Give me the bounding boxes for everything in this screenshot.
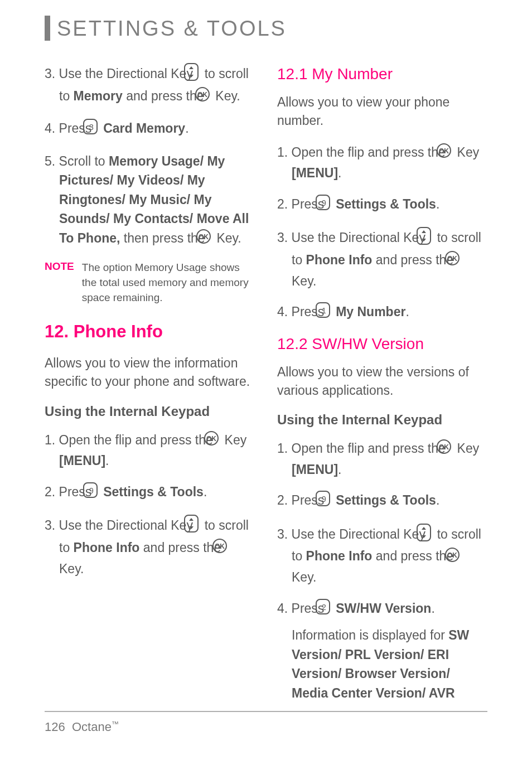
note-label: NOTE [45,260,74,305]
ok-key-icon [459,250,460,272]
text: Key. [212,89,240,103]
text-bold: [MENU] [292,462,338,477]
text: Key [453,441,479,456]
text-bold: My Number [336,304,405,319]
directional-key-icon [198,515,199,538]
text-bold: Phone Info [306,253,373,267]
swhw-step-1: 1. Open the flip and press the Key [MENU… [277,439,487,479]
phone-info-desc: Allows you to view the information speci… [45,354,255,391]
ok-key-icon [210,229,211,250]
text: Key [453,145,479,159]
memory-step-4: 4. Press 3 Card Memory. [45,118,255,141]
ok-key-icon [209,86,210,108]
text-bold: Phone Info [306,549,373,563]
swhw-desc: Allows you to view the versions of vario… [277,363,487,400]
text-bold: Settings & Tools [336,493,436,507]
text: . [436,197,439,211]
text-bold: Settings & Tools [336,197,436,211]
swhw-step-3: 3. Use the Directional Key to scroll to … [277,524,487,587]
text: 3. Use the Directional Key [277,230,429,245]
text-bold: Memory [74,89,123,103]
footer: 126 Octane™ [45,711,487,734]
sub-heading: Using the Internal Keypad [277,412,487,428]
text: Key [221,433,246,447]
left-column: 3. Use the Directional Key to scroll to … [45,63,255,703]
key-9-icon: 9 [97,482,98,504]
mynumber-step-2: 2. Press 9 Settings & Tools. [277,194,487,216]
my-number-desc: Allows you to view your phone number. [277,93,487,130]
swhw-step-4: 4. Press 2 SW/HW Version. [277,598,487,621]
text: . [105,453,109,468]
text-bold: Phone Info [74,540,140,555]
section-heading-swhw: 12.2 SW/HW Version [277,335,487,353]
text-bold: Card Memory [103,121,185,135]
footer-text: 126 Octane™ [45,720,487,734]
text: Information is displayed for [292,628,448,642]
text: . [338,166,341,180]
text: 3. Use the Directional Key [277,527,429,541]
text: 3. Use the Directional Key [45,518,196,532]
ok-key-icon [226,538,228,559]
text: 5. Scroll to [45,154,109,168]
footer-rule [45,711,487,712]
key-9-icon: 9 [330,490,331,512]
text: . [204,485,207,499]
note: NOTE The option Memory Usage shows the t… [45,260,255,305]
text: . [431,601,434,615]
key-9-icon: 9 [330,194,331,216]
text-bold: Settings & Tools [103,485,204,499]
memory-step-5: 5. Scroll to Memory Usage/ My Pictures/ … [45,152,255,250]
memory-step-3: 3. Use the Directional Key to scroll to … [45,63,255,107]
directional-key-icon [431,524,432,547]
phoneinfo-step-3: 3. Use the Directional Key to scroll to … [45,515,255,578]
phoneinfo-step-2: 2. Press 9 Settings & Tools. [45,482,255,504]
text-bold: [MENU] [59,453,105,468]
text: 1. Open the flip and press the [45,433,216,447]
phoneinfo-step-1: 1. Open the flip and press the Key [MENU… [45,430,255,471]
ok-key-icon [459,547,460,568]
section-heading-my-number: 12.1 My Number [277,65,487,83]
ok-key-icon [451,439,452,460]
note-body: The option Memory Usage shows the total … [82,260,255,305]
svg-text:1: 1 [322,306,326,315]
mynumber-step-1: 1. Open the flip and press the Key [MENU… [277,143,487,183]
mynumber-step-4: 4. Press 1 My Number. [277,302,487,324]
right-column: 12.1 My Number Allows you to view your p… [277,63,487,703]
svg-text:2: 2 [322,603,326,612]
svg-text:3: 3 [89,123,94,132]
text: Key. [213,231,241,245]
ok-key-icon [218,430,219,452]
tm-symbol: ™ [112,720,119,728]
sub-heading: Using the Internal Keypad [45,404,255,419]
text: 1. Open the flip and press the [277,441,449,456]
text: . [185,121,188,135]
text: Key. [292,274,316,288]
key-3-icon: 3 [97,118,98,141]
swhw-info: Information is displayed for SW Version/… [277,626,487,703]
svg-text:9: 9 [322,198,326,207]
key-2-icon: 2 [330,598,331,621]
mynumber-step-3: 3. Use the Directional Key to scroll to … [277,227,487,290]
text: . [436,493,439,507]
directional-key-icon [198,63,199,86]
text-bold: SW/HW Version [336,601,431,615]
svg-text:9: 9 [89,486,94,495]
swhw-step-2: 2. Press 9 Settings & Tools. [277,490,487,512]
section-heading-phone-info: 12. Phone Info [45,322,255,342]
text: 1. Open the flip and press the [277,145,449,159]
header: SETTINGS & TOOLS [45,17,487,41]
text: . [338,462,341,477]
model-name: Octane [72,720,112,734]
text: . [405,304,409,319]
svg-text:9: 9 [322,495,326,503]
title-accent-bar [45,16,50,41]
page-number: 126 [45,720,65,734]
text: Key. [292,570,316,584]
text-bold: [MENU] [292,166,338,180]
text: Key. [59,561,84,576]
text: 3. Use the Directional Key [45,66,196,81]
directional-key-icon [431,227,432,250]
page-title: SETTINGS & TOOLS [57,17,287,41]
key-1-icon: 1 [330,302,331,324]
ok-key-icon [451,143,452,164]
